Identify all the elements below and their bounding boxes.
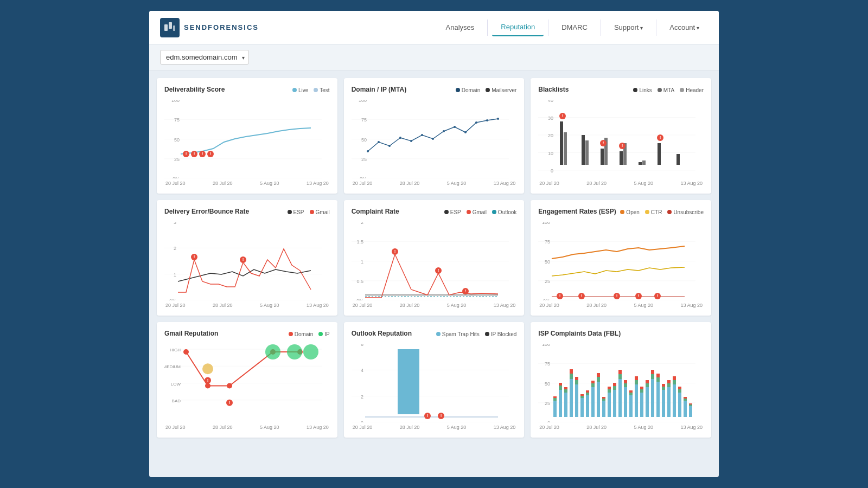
main-wrapper: SENDFORENSICS Analyses Reputation DMARC …	[149, 11, 719, 477]
outlook-x-axis: 20 Jul 20 28 Jul 20 5 Aug 20 13 Aug 20	[352, 425, 517, 430]
card-blacklists-title: Blacklists	[538, 86, 569, 93]
card-deliverability: Deliverability Score Live Test 20 Jul 20…	[157, 78, 337, 194]
complaint-rate-x-axis: 20 Jul 20 28 Jul 20 5 Aug 20 13 Aug 20	[352, 303, 517, 308]
delivery-error-x-axis: 20 Jul 20 28 Jul 20 5 Aug 20 13 Aug 20	[164, 303, 330, 308]
nav-divider-1	[487, 20, 488, 36]
card-domain-ip-header: Domain / IP (MTA) Domain Mailserver	[352, 86, 517, 95]
card-engagement-header: Engagement Rates (ESP) Open CTR Unsubscr…	[538, 208, 704, 217]
card-domain-ip-legend: Domain Mailserver	[456, 87, 517, 93]
domain-select[interactable]: edm.somedomain.com	[160, 50, 249, 65]
blacklists-x-axis: 20 Jul 20 28 Jul 20 5 Aug 20 13 Aug 20	[538, 181, 704, 186]
nav-links: Analyses Reputation DMARC Support Accoun…	[437, 18, 708, 36]
engagement-x-axis: 20 Jul 20 28 Jul 20 5 Aug 20 13 Aug 20	[538, 303, 704, 308]
card-complaint-rate: Complaint Rate ESP Gmail Outlook 20 Jul …	[344, 200, 525, 316]
card-gmail-reputation: Gmail Reputation Domain IP 20 Jul 20 28 …	[157, 322, 337, 438]
card-outlook-reputation-title: Outlook Reputation	[352, 330, 412, 337]
domain-ip-canvas	[352, 100, 509, 178]
deliverability-x-axis: 20 Jul 20 28 Jul 20 5 Aug 20 13 Aug 20	[164, 181, 330, 186]
card-blacklists-legend: Links MTA Header	[633, 87, 704, 93]
card-engagement: Engagement Rates (ESP) Open CTR Unsubscr…	[531, 200, 711, 316]
dashboard-grid: Deliverability Score Live Test 20 Jul 20…	[149, 70, 719, 445]
gmail-x-axis: 20 Jul 20 28 Jul 20 5 Aug 20 13 Aug 20	[164, 425, 330, 430]
card-delivery-error-legend: ESP Gmail	[288, 209, 330, 215]
card-complaint-rate-title: Complaint Rate	[352, 208, 399, 215]
svg-rect-1	[169, 22, 172, 29]
card-outlook-reputation: Outlook Reputation Spam Trap Hits IP Blo…	[344, 322, 525, 438]
card-complaint-rate-header: Complaint Rate ESP Gmail Outlook	[352, 208, 517, 217]
card-delivery-error: Delivery Error/Bounce Rate ESP Gmail 20 …	[157, 200, 337, 316]
svg-rect-0	[164, 24, 168, 31]
card-gmail-reputation-header: Gmail Reputation Domain IP	[164, 330, 330, 339]
gmail-canvas	[164, 344, 322, 422]
card-domain-ip: Domain / IP (MTA) Domain Mailserver 20 J…	[344, 78, 525, 194]
card-domain-ip-title: Domain / IP (MTA)	[352, 86, 407, 93]
nav-divider-4	[656, 20, 656, 36]
card-outlook-reputation-header: Outlook Reputation Spam Trap Hits IP Blo…	[352, 330, 517, 339]
nav-dmarc[interactable]: DMARC	[553, 19, 596, 36]
card-gmail-reputation-title: Gmail Reputation	[164, 330, 218, 337]
card-engagement-legend: Open CTR Unsubscribe	[620, 209, 704, 215]
navbar: SENDFORENSICS Analyses Reputation DMARC …	[149, 11, 719, 44]
deliverability-canvas	[164, 100, 322, 178]
card-isp-complaints: ISP Complaints Data (FBL) 20 Jul 20 28 J…	[531, 322, 711, 438]
logo-area: SENDFORENSICS	[160, 18, 437, 37]
card-complaint-rate-legend: ESP Gmail Outlook	[444, 209, 517, 215]
domain-bar: edm.somedomain.com	[149, 44, 719, 70]
nav-analyses[interactable]: Analyses	[437, 19, 483, 36]
card-gmail-reputation-legend: Domain IP	[289, 331, 330, 337]
nav-support[interactable]: Support	[605, 19, 652, 36]
nav-divider-3	[601, 20, 601, 36]
card-deliverability-title: Deliverability Score	[164, 86, 225, 93]
card-deliverability-header: Deliverability Score Live Test	[164, 86, 330, 95]
card-deliverability-legend: Live Test	[292, 87, 330, 93]
logo-text: SENDFORENSICS	[184, 23, 259, 31]
card-blacklists-header: Blacklists Links MTA Header	[538, 86, 704, 95]
nav-divider-2	[548, 20, 548, 36]
card-deliverability-chart-area: 20 Jul 20 28 Jul 20 5 Aug 20 13 Aug 20	[164, 100, 330, 186]
complaint-rate-canvas	[352, 222, 509, 300]
card-blacklists: Blacklists Links MTA Header 20 Jul 20 28…	[531, 78, 711, 194]
isp-x-axis: 20 Jul 20 28 Jul 20 5 Aug 20 13 Aug 20	[538, 425, 704, 430]
card-outlook-reputation-legend: Spam Trap Hits IP Blocked	[436, 331, 517, 337]
logo-icon	[160, 18, 180, 37]
card-isp-complaints-title: ISP Complaints Data (FBL)	[538, 330, 621, 337]
blacklists-canvas	[538, 100, 695, 178]
nav-account[interactable]: Account	[661, 19, 708, 36]
engagement-canvas	[538, 222, 695, 300]
card-engagement-title: Engagement Rates (ESP)	[538, 208, 616, 215]
nav-reputation[interactable]: Reputation	[492, 18, 544, 36]
outlook-canvas	[352, 344, 509, 422]
card-delivery-error-title: Delivery Error/Bounce Rate	[164, 208, 249, 215]
domain-ip-x-axis: 20 Jul 20 28 Jul 20 5 Aug 20 13 Aug 20	[352, 181, 517, 186]
card-isp-complaints-header: ISP Complaints Data (FBL)	[538, 330, 704, 339]
delivery-error-canvas	[164, 222, 322, 300]
isp-canvas	[538, 344, 695, 422]
svg-rect-2	[173, 25, 175, 31]
card-delivery-error-header: Delivery Error/Bounce Rate ESP Gmail	[164, 208, 330, 217]
domain-wrapper[interactable]: edm.somedomain.com	[160, 50, 249, 65]
